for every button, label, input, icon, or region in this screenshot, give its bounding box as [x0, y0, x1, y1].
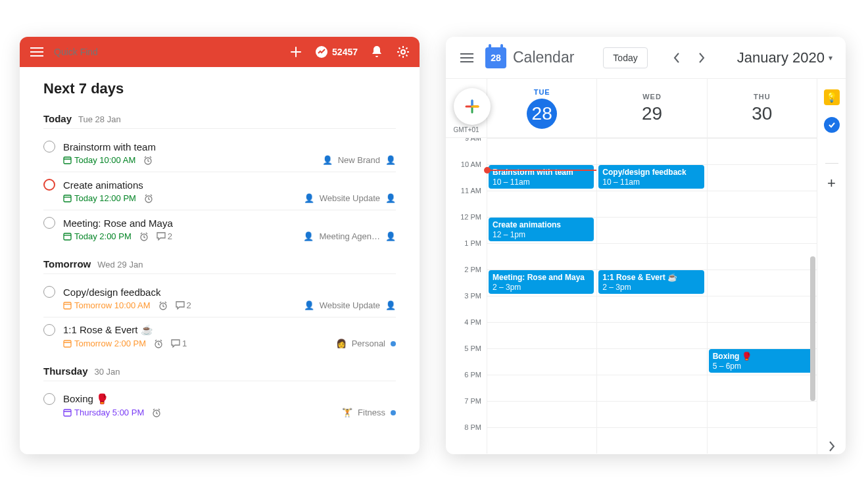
- day-header[interactable]: TUE 28: [487, 79, 596, 137]
- karma-badge[interactable]: 52457: [315, 45, 358, 59]
- calendar-event[interactable]: Create animations 12 – 1pm: [489, 218, 594, 241]
- section-day: Tomorrow: [43, 258, 91, 270]
- gcal-sidebar: 💡 +: [817, 79, 846, 454]
- calendar-event[interactable]: Boxing 🥊 5 – 6pm: [709, 349, 814, 373]
- task-schedule[interactable]: Tomorrow 10:00 AM: [63, 300, 151, 310]
- task-title: Boxing 🥊: [63, 393, 108, 405]
- complete-checkbox[interactable]: [43, 179, 55, 191]
- complete-checkbox[interactable]: [43, 286, 55, 298]
- alarm-icon: [152, 408, 161, 417]
- alarm-icon: [139, 232, 149, 241]
- hour-label: 2 PM: [464, 266, 481, 273]
- comment-count[interactable]: 2: [176, 300, 191, 310]
- event-title: Create animations: [493, 220, 590, 230]
- day-column[interactable]: Brainstorm with team 10 – 11amCreate ani…: [487, 138, 596, 454]
- task-schedule[interactable]: Thursday 5:00 PM: [63, 408, 144, 417]
- assignee-icon: 👤: [385, 300, 396, 310]
- day-column[interactable]: Boxing 🥊 5 – 6pm: [707, 138, 817, 454]
- caret-down-icon: ▾: [829, 53, 832, 62]
- task-schedule[interactable]: Today 10:00 AM: [63, 155, 135, 165]
- gcal-header: 28 Calendar Today January 2020 ▾: [446, 37, 846, 79]
- next-period-icon[interactable]: [692, 49, 711, 67]
- task-schedule[interactable]: Today 2:00 PM: [63, 231, 132, 241]
- hour-label: 1 PM: [464, 239, 481, 247]
- task-project[interactable]: 👤 Website Update 👤: [304, 193, 396, 203]
- project-color-dot: [391, 410, 396, 415]
- comment-count[interactable]: 1: [171, 339, 187, 348]
- task-project[interactable]: 👩 Personal: [336, 339, 396, 348]
- task-item[interactable]: Brainstorm with team Today 10:00 AM 👤 Ne…: [43, 134, 396, 172]
- task-item[interactable]: Boxing 🥊 Thursday 5:00 PM 🏋️ Fitness: [43, 387, 396, 424]
- complete-checkbox[interactable]: [43, 324, 55, 336]
- hamburger-icon[interactable]: [459, 50, 475, 66]
- task-project[interactable]: 👤 Meeting Agen… 👤: [303, 231, 396, 241]
- assignee-icon: 👤: [385, 193, 396, 203]
- event-title: Meeting: Rose and Maya: [493, 273, 590, 283]
- task-project[interactable]: 👤 Website Update 👤: [304, 300, 396, 310]
- calendar-event[interactable]: Meeting: Rose and Maya 2 – 3pm: [489, 270, 594, 294]
- hour-label: 10 AM: [461, 160, 481, 168]
- day-of-week: TUE: [534, 88, 550, 96]
- task-item[interactable]: Meeting: Rose and Maya Today 2:00 PM 2 👤…: [43, 210, 396, 248]
- day-column[interactable]: Copy/design feedback 10 – 11am1:1 Rose &…: [596, 138, 706, 454]
- add-task-icon[interactable]: [289, 45, 303, 59]
- task-title: 1:1 Rose & Evert ☕️: [63, 324, 153, 336]
- prev-period-icon[interactable]: [667, 49, 686, 67]
- task-project[interactable]: 🏋️ Fitness: [342, 408, 396, 417]
- day-number: 29: [642, 103, 662, 124]
- expand-sidepanel-icon[interactable]: [824, 438, 840, 454]
- gcal-window: 28 Calendar Today January 2020 ▾: [446, 37, 846, 454]
- assignee-icon: 👤: [385, 231, 396, 241]
- create-event-fab[interactable]: [454, 88, 491, 125]
- event-time: 5 – 6pm: [713, 362, 810, 371]
- complete-checkbox[interactable]: [43, 393, 55, 405]
- alarm-icon: [144, 194, 153, 203]
- calendar-event[interactable]: Copy/design feedback 10 – 11am: [598, 165, 704, 189]
- keep-icon[interactable]: 💡: [824, 89, 840, 105]
- hour-label: 6 PM: [464, 371, 481, 379]
- hamburger-icon[interactable]: [29, 44, 45, 60]
- calendar-event[interactable]: 1:1 Rose & Evert ☕️ 2 – 3pm: [598, 270, 704, 294]
- todoist-body: Next 7 days Today Tue 28 Jan Brainstorm …: [20, 67, 420, 424]
- search-input[interactable]: [54, 47, 289, 57]
- event-time: 2 – 3pm: [493, 283, 590, 293]
- todoist-window: 52457 Next 7 days Today Tue 28 Jan Brain…: [20, 37, 420, 454]
- svg-point-1: [401, 50, 405, 54]
- project-color-dot: [391, 341, 396, 346]
- month-selector[interactable]: January 2020 ▾: [737, 49, 832, 66]
- day-header[interactable]: WED 29: [596, 79, 706, 137]
- task-item[interactable]: Create animations Today 12:00 PM 👤 Websi…: [43, 172, 396, 210]
- gcal-main: GMT+01TUE 28WED 29THU 30 9 AM10 AM11 AM1…: [446, 79, 817, 454]
- day-number: 30: [752, 103, 772, 124]
- section-header: Tomorrow Wed 29 Jan: [43, 258, 396, 270]
- task-item[interactable]: 1:1 Rose & Evert ☕️ Tomorrow 2:00 PM 1 👩…: [43, 317, 396, 355]
- todoist-header: 52457: [20, 37, 420, 67]
- gcal-logo: 28 Calendar: [485, 47, 574, 68]
- task-item[interactable]: Copy/design feedback Tomorrow 10:00 AM 2…: [43, 279, 396, 317]
- view-title: Next 7 days: [43, 80, 396, 97]
- today-button[interactable]: Today: [603, 47, 647, 68]
- bell-icon[interactable]: [370, 45, 384, 59]
- calendar-event[interactable]: Brainstorm with team 10 – 11am: [489, 165, 594, 189]
- alarm-icon: [154, 339, 163, 348]
- task-schedule[interactable]: Tomorrow 2:00 PM: [63, 339, 146, 348]
- hour-label: 7 PM: [464, 397, 481, 405]
- day-number: 28: [527, 99, 557, 129]
- scrollbar[interactable]: [810, 256, 815, 401]
- svg-rect-4: [64, 195, 71, 202]
- day-header[interactable]: THU 30: [707, 79, 817, 137]
- complete-checkbox[interactable]: [43, 217, 55, 229]
- task-title: Create animations: [63, 179, 143, 191]
- event-time: 2 – 3pm: [602, 283, 700, 293]
- comment-count[interactable]: 2: [157, 231, 172, 241]
- alarm-icon: [143, 156, 153, 165]
- hour-label: 11 AM: [461, 187, 481, 195]
- hour-label: 4 PM: [464, 318, 481, 326]
- add-addon-icon[interactable]: +: [824, 176, 840, 191]
- task-title: Copy/design feedback: [63, 287, 160, 298]
- tasks-icon[interactable]: [824, 117, 840, 133]
- gear-icon[interactable]: [396, 45, 410, 59]
- task-project[interactable]: 👤 New Brand 👤: [322, 155, 396, 165]
- task-schedule[interactable]: Today 12:00 PM: [63, 193, 136, 203]
- complete-checkbox[interactable]: [43, 141, 55, 153]
